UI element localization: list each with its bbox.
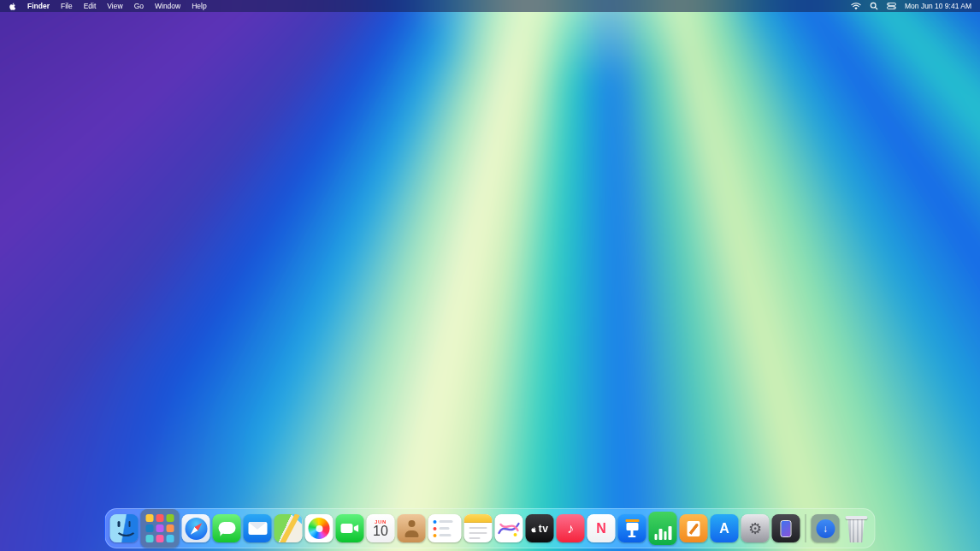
apple-logo-icon xyxy=(9,2,16,11)
trash-rim xyxy=(845,516,867,519)
desktop-wallpaper xyxy=(0,0,980,551)
app-store-letter-glyph: A xyxy=(719,522,729,536)
finder-smile xyxy=(115,518,137,536)
downloads-arrow-glyph: ↓ xyxy=(823,524,828,534)
reminders-row xyxy=(434,520,462,524)
dock-downloads-icon[interactable]: ↓ xyxy=(812,514,840,542)
safari-compass-needle xyxy=(188,521,204,536)
maps-road xyxy=(278,514,302,542)
numbers-bar xyxy=(654,534,658,540)
freeform-scribbles xyxy=(495,514,523,542)
app-menu-finder[interactable]: Finder xyxy=(27,0,50,12)
contacts-silhouette-head xyxy=(408,520,415,527)
keynote-podium-base xyxy=(629,536,636,537)
menu-window[interactable]: Window xyxy=(155,0,180,12)
downloads-circle: ↓ xyxy=(816,519,835,538)
dock-contacts-icon[interactable] xyxy=(398,514,426,542)
menu-bar-clock[interactable]: Mon Jun 10 9:41 AM xyxy=(905,0,971,12)
keynote-podium-top xyxy=(625,519,639,522)
dock-separator xyxy=(806,514,806,542)
notes-yellow-header xyxy=(464,514,493,523)
launchpad-tile xyxy=(146,535,154,542)
dock-safari-icon[interactable] xyxy=(182,514,210,542)
wifi-icon[interactable] xyxy=(851,3,861,10)
dock-iphone-mirroring-icon[interactable] xyxy=(772,514,800,542)
dock-notes-icon[interactable] xyxy=(464,514,493,542)
desktop: Finder File Edit View Go Window Help Mon… xyxy=(0,0,980,551)
menu-help[interactable]: Help xyxy=(192,0,206,12)
reminders-row xyxy=(434,534,462,537)
tv-apple-logo-icon xyxy=(531,521,537,536)
dock-mail-icon[interactable] xyxy=(244,514,272,542)
dock-tv-icon[interactable]: tv xyxy=(526,514,554,542)
pages-pen xyxy=(688,522,699,534)
control-center-icon[interactable] xyxy=(887,3,896,9)
launchpad-tile xyxy=(146,524,154,532)
launchpad-tile xyxy=(146,514,154,522)
reminders-bullet xyxy=(434,527,437,530)
dock-calendar-icon[interactable]: JUN 10 xyxy=(367,514,395,542)
spotlight-search-icon[interactable] xyxy=(870,2,878,10)
launchpad-tile xyxy=(166,535,174,542)
safari-compass-dial xyxy=(185,518,207,540)
calendar-day-number: 10 xyxy=(373,524,388,539)
contacts-silhouette-body xyxy=(404,530,418,537)
dock-photos-icon[interactable] xyxy=(305,514,334,542)
launchpad-tile xyxy=(166,514,174,522)
menu-bar-left: Finder File Edit View Go Window Help xyxy=(9,0,207,12)
dock-app-store-icon[interactable]: A xyxy=(711,514,739,542)
dock-reminders-icon[interactable] xyxy=(428,514,462,542)
keynote-podium-board xyxy=(626,523,638,530)
launchpad-tile xyxy=(156,524,163,532)
dock-freeform-icon[interactable] xyxy=(495,514,523,542)
numbers-bar xyxy=(659,529,663,540)
facetime-camera-body xyxy=(341,524,353,533)
launchpad-tile xyxy=(156,535,163,542)
reminders-bullet xyxy=(434,534,437,537)
dock: JUN 10 xyxy=(105,508,876,548)
menu-edit[interactable]: Edit xyxy=(84,0,97,12)
reminders-bullet xyxy=(434,520,437,524)
facetime-camera-lens xyxy=(354,524,359,532)
menu-bar: Finder File Edit View Go Window Help Mon… xyxy=(0,0,980,12)
menu-view[interactable]: View xyxy=(107,0,122,12)
dock-facetime-icon[interactable] xyxy=(336,514,364,542)
numbers-bar xyxy=(664,531,667,540)
apple-menu[interactable] xyxy=(9,2,16,11)
dock-maps-icon[interactable] xyxy=(275,514,303,542)
dock-trash-icon[interactable] xyxy=(842,514,871,542)
settings-gear-icon: ⚙ xyxy=(748,521,762,536)
iphone-outline xyxy=(781,520,792,537)
reminders-line xyxy=(440,534,452,536)
menu-bar-right: Mon Jun 10 9:41 AM xyxy=(851,0,971,12)
news-letter-glyph: N xyxy=(596,522,606,536)
notes-line xyxy=(469,527,487,529)
photos-pinwheel xyxy=(309,518,330,539)
menu-file[interactable]: File xyxy=(61,0,73,12)
numbers-bar xyxy=(669,526,672,540)
mail-envelope xyxy=(248,522,267,535)
music-note-glyph: ♪ xyxy=(567,522,574,536)
dock-pages-icon[interactable] xyxy=(680,514,708,542)
reminders-line xyxy=(440,520,453,523)
messages-speech-bubble xyxy=(218,522,235,534)
dock-numbers-icon[interactable] xyxy=(649,512,677,545)
pages-document xyxy=(688,521,700,536)
reminders-line xyxy=(440,527,450,530)
dock-music-icon[interactable]: ♪ xyxy=(557,514,585,542)
launchpad-tile xyxy=(166,524,174,532)
menu-go[interactable]: Go xyxy=(134,0,144,12)
dock-system-settings-icon[interactable]: ⚙ xyxy=(741,514,770,542)
trash-basket xyxy=(846,519,866,542)
dock-finder-icon[interactable] xyxy=(110,514,139,542)
dock-messages-icon[interactable] xyxy=(213,514,241,542)
dock-launchpad-icon[interactable] xyxy=(141,509,180,548)
notes-text-lines xyxy=(464,523,493,542)
notes-line xyxy=(469,537,481,539)
notes-line xyxy=(469,532,487,534)
launchpad-tile xyxy=(156,514,163,522)
dock-keynote-icon[interactable] xyxy=(618,514,646,542)
tv-label: tv xyxy=(539,524,548,534)
dock-news-icon[interactable]: N xyxy=(587,514,616,542)
reminders-row xyxy=(434,527,462,530)
